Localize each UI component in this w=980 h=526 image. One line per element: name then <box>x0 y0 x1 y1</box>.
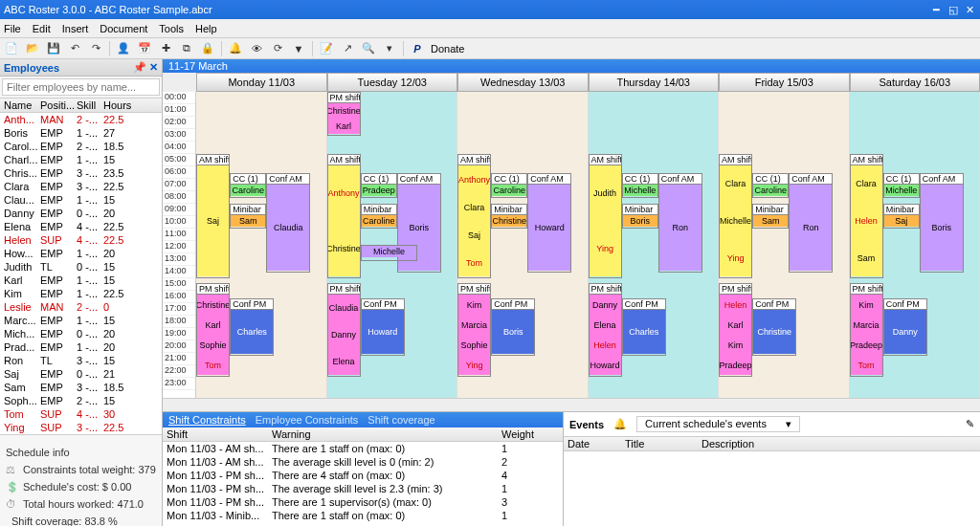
shift-staff[interactable]: Helen <box>590 335 621 355</box>
employee-row[interactable]: RonTL3 -...15 <box>0 354 162 367</box>
shift-block[interactable]: MinibarSam <box>752 204 789 229</box>
employee-row[interactable]: Chris...EMP3 -...23.5 <box>0 166 162 180</box>
shift-block[interactable]: AM shiftClaraHelenSam <box>850 154 883 278</box>
menu-file[interactable]: File <box>4 23 21 34</box>
day-header[interactable]: Friday 15/03 <box>719 73 850 92</box>
emp-col-header[interactable]: Positi... <box>40 99 77 111</box>
shift-staff[interactable]: Danny <box>884 310 926 354</box>
constraints-tab[interactable]: Employee Constraints <box>256 414 359 426</box>
shift-block[interactable]: PM shiftDannyElenaHelenHoward <box>589 283 622 377</box>
shift-staff[interactable]: Christine <box>328 221 360 276</box>
cons-col-header[interactable]: Weight <box>501 428 559 440</box>
day-header[interactable]: Tuesday 12/03 <box>327 73 458 92</box>
shift-staff[interactable]: Clara <box>458 193 490 221</box>
shift-staff[interactable]: Elena <box>590 315 621 335</box>
shift-block[interactable]: Conf PMCharles <box>622 298 666 356</box>
shift-staff[interactable]: Caroline <box>231 185 265 196</box>
shift-staff[interactable]: Karl <box>197 315 229 335</box>
shift-staff[interactable]: Danny <box>328 321 360 348</box>
search-icon[interactable]: 🔍 <box>361 41 376 56</box>
day-header[interactable]: Thursday 14/03 <box>589 73 720 92</box>
employee-row[interactable]: ClaraEMP3 -...22.5 <box>0 180 162 193</box>
shift-staff[interactable]: Christine <box>492 215 526 227</box>
shift-staff[interactable]: Kim <box>458 295 490 315</box>
employee-filter-input[interactable] <box>2 78 160 96</box>
shift-staff[interactable]: Sophie <box>458 335 490 355</box>
day-header[interactable]: Saturday 16/03 <box>850 73 981 92</box>
shift-block[interactable]: Conf PMBoris <box>491 298 535 356</box>
calendar-icon[interactable]: 📅 <box>137 41 152 56</box>
employee-row[interactable]: Carol...EMP2 -...18.5 <box>0 140 162 153</box>
shift-staff[interactable]: Elena <box>328 348 360 375</box>
shift-block[interactable]: AM shiftAnthonyChristine <box>327 154 361 278</box>
employee-row[interactable]: Prad...EMP1 -...20 <box>0 340 162 354</box>
cons-col-header[interactable]: Shift <box>167 428 272 440</box>
shift-block[interactable]: CC (1)Michelle <box>883 173 920 198</box>
maximize-icon[interactable]: ◱ <box>947 4 960 16</box>
menu-document[interactable]: Document <box>100 23 147 34</box>
shift-block[interactable]: PM shiftKimMarciaSophieYing <box>457 283 491 377</box>
lock-icon[interactable]: 🔒 <box>200 41 215 56</box>
employee-row[interactable]: KarlEMP1 -...15 <box>0 274 162 287</box>
employee-row[interactable]: ElenaEMP4 -...22.5 <box>0 220 162 233</box>
shift-staff[interactable]: Caroline <box>492 185 526 196</box>
shift-staff[interactable]: Boris <box>623 215 657 227</box>
save-icon[interactable]: 💾 <box>46 41 61 56</box>
emp-col-header[interactable]: Skill <box>77 99 103 111</box>
shift-block[interactable]: PM shiftKimMarciaPradeepTom <box>850 283 883 377</box>
paypal-icon[interactable]: P <box>410 41 425 56</box>
shift-staff[interactable]: Sophie <box>197 335 229 355</box>
shift-staff[interactable]: Claudia <box>328 295 360 321</box>
minimize-icon[interactable]: ━ <box>930 4 944 16</box>
shift-block[interactable]: Conf AMHoward <box>527 173 571 273</box>
shift-block[interactable]: Conf PMDanny <box>883 298 927 356</box>
day-column[interactable]: AM shiftSajCC (1)CarolineConf AMClaudiaM… <box>196 92 327 398</box>
shift-staff[interactable]: Claudia <box>267 185 309 271</box>
eye-icon[interactable]: 👁 <box>249 41 264 56</box>
shift-staff[interactable]: Kim <box>720 335 751 355</box>
shift-staff[interactable]: Caroline <box>362 215 396 227</box>
constraint-row[interactable]: Mon 11/03 - PM sh...There are 4 staff on… <box>163 469 563 482</box>
shift-block[interactable]: MinibarSaj <box>883 204 920 229</box>
edit-events-icon[interactable]: ✎ <box>966 418 974 430</box>
shift-staff[interactable]: Christine <box>197 295 229 315</box>
shift-block[interactable]: MinibarChristine <box>491 204 527 229</box>
shift-block[interactable]: AM shiftClaraMichelleYing <box>719 154 752 278</box>
menu-edit[interactable]: Edit <box>33 23 51 34</box>
cons-col-header[interactable]: Warning <box>272 428 501 440</box>
shift-block[interactable]: MinibarBoris <box>622 204 658 229</box>
user-icon[interactable]: 👤 <box>116 41 131 56</box>
employee-row[interactable]: BorisEMP1 -...27 <box>0 126 162 140</box>
employee-row[interactable]: HelenSUP4 -...22.5 <box>0 233 162 247</box>
employee-row[interactable]: Soph...EMP2 -...15 <box>0 394 162 407</box>
employee-row[interactable]: Marc...EMP1 -...15 <box>0 314 162 327</box>
employee-row[interactable]: Mich...EMP0 -...20 <box>0 327 162 340</box>
horizontal-scrollbar[interactable] <box>163 398 980 411</box>
shift-staff[interactable]: Boris <box>921 185 963 271</box>
day-header[interactable]: Wednesday 13/03 <box>457 73 589 92</box>
shift-staff[interactable]: Kim <box>851 295 882 315</box>
donate-link[interactable]: Donate <box>431 43 464 55</box>
shift-block[interactable]: Conf PMCharles <box>230 298 274 356</box>
shift-staff[interactable]: Tom <box>197 355 229 375</box>
shift-block[interactable]: CC (1)Caroline <box>752 173 789 198</box>
shift-block[interactable]: Michelle <box>361 245 418 261</box>
shift-block[interactable]: PM shiftChristineKarl <box>327 92 361 136</box>
shift-block[interactable]: Conf PMHoward <box>361 298 405 356</box>
shift-staff[interactable]: Saj <box>197 165 229 276</box>
menu-insert[interactable]: Insert <box>62 23 89 34</box>
constraint-row[interactable]: Mon 11/03 - PM sh...The average skill le… <box>163 482 563 495</box>
events-col-header[interactable]: Description <box>702 438 976 449</box>
pin-icon[interactable]: 📌 <box>133 61 146 73</box>
emp-col-header[interactable]: Hours <box>103 99 136 111</box>
shift-staff[interactable]: Ying <box>458 355 490 375</box>
shift-staff[interactable]: Howard <box>362 310 404 354</box>
shift-staff[interactable]: Tom <box>458 249 490 276</box>
shift-staff[interactable]: Anthony <box>328 165 360 221</box>
schedule-grid[interactable]: Monday 11/03Tuesday 12/03Wednesday 13/03… <box>163 73 980 411</box>
employee-row[interactable]: DannyEMP0 -...20 <box>0 207 162 220</box>
constraint-row[interactable]: Mon 11/03 - PM sh...There are 1 supervis… <box>163 495 563 509</box>
shift-staff[interactable]: Marcia <box>458 315 490 335</box>
shift-staff[interactable]: Judith <box>590 165 621 221</box>
shift-block[interactable]: AM shiftJudithYing <box>589 154 622 278</box>
